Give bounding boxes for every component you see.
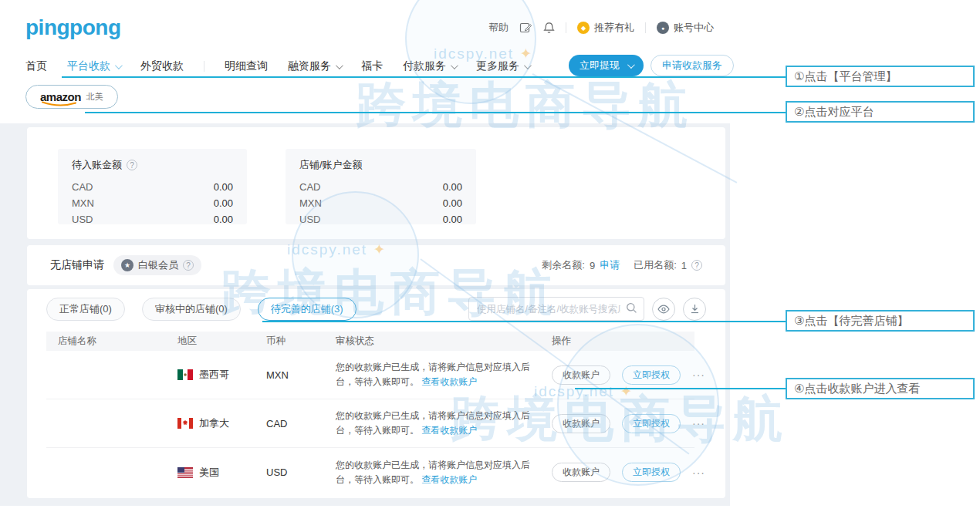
actions-cell: 收款账户 立即授权 ··· xyxy=(552,414,705,433)
tab-label: 审核中的店铺(0) xyxy=(155,302,228,316)
nav-platform-collection[interactable]: 平台收款 xyxy=(67,59,120,73)
authorize-now-button[interactable]: 立即授权 xyxy=(622,463,681,482)
button-label: 立即授权 xyxy=(633,417,670,430)
no-store-label: 无店铺申请 xyxy=(50,258,104,272)
question-icon[interactable] xyxy=(183,260,194,271)
question-icon[interactable] xyxy=(691,260,702,271)
amazon-logo: amazon xyxy=(40,90,81,103)
account-center-link[interactable]: 账号中心 xyxy=(657,21,714,35)
annotation-step-2: ②点击对应平台 xyxy=(786,101,975,123)
nav-detail-query[interactable]: 明细查询 xyxy=(225,59,268,73)
balance-row: CAD0.00 xyxy=(72,179,233,195)
nav-more-services[interactable]: 更多服务 xyxy=(476,59,529,73)
table-row: 美国 USD 您的收款账户已生成，请将账户信息对应填入后台，等待入账即可。 查看… xyxy=(46,448,694,497)
view-collection-account-link[interactable]: 查看收款账户 xyxy=(421,376,477,387)
chevron-down-icon xyxy=(524,62,532,69)
download-icon xyxy=(690,304,700,314)
nav-payment[interactable]: 付款服务 xyxy=(403,59,456,73)
referral-link[interactable]: 推荐有礼 xyxy=(577,21,634,35)
nav-foreign-trade[interactable]: 外贸收款 xyxy=(140,59,184,73)
referral-label: 推荐有礼 xyxy=(594,21,634,35)
chevron-down-icon xyxy=(451,62,458,69)
tab-normal-stores[interactable]: 正常店铺(0) xyxy=(46,298,125,321)
chevron-down-icon xyxy=(115,62,123,69)
actions-cell: 收款账户 立即授权 ··· xyxy=(552,463,705,482)
region-label: 墨西哥 xyxy=(199,368,229,382)
collection-account-button[interactable]: 收款账户 xyxy=(552,365,610,385)
header-actions: 操作 xyxy=(552,335,694,348)
nav-label: 首页 xyxy=(25,59,47,73)
currency-label: MXN xyxy=(266,369,336,381)
platform-amazon-tab[interactable]: amazon 北美 xyxy=(25,85,118,109)
bell-icon[interactable] xyxy=(543,22,555,34)
balances-panel: 待入账金额 CAD0.00 MXN0.00 USD0.00 店铺/账户金额 CA… xyxy=(27,127,725,239)
header-store-name: 店铺名称 xyxy=(58,335,177,348)
currency-label: MXN xyxy=(72,195,94,211)
quota-used-value: 1 xyxy=(681,260,687,271)
account-icon xyxy=(657,22,669,34)
flag-usa-icon xyxy=(177,467,193,478)
download-button[interactable] xyxy=(683,298,706,321)
pingpong-dashboard: pingpong 帮助 推荐有礼 账号中心 首页 平台收款 外贸收款 明细查询 … xyxy=(0,0,980,522)
authorize-now-button[interactable]: 立即授权 xyxy=(622,414,681,433)
balance-row: MXN0.00 xyxy=(72,195,233,211)
currency-label: USD xyxy=(266,466,336,478)
stores-panel: 正常店铺(0) 审核中的店铺(0) 待完善的店铺(3) 店铺名称 地区 币种 审… xyxy=(27,289,725,498)
nav-home[interactable]: 首页 xyxy=(25,59,47,73)
help-link[interactable]: 帮助 xyxy=(488,21,509,35)
quota-left-value: 9 xyxy=(590,260,595,271)
store-quota-bar: 无店铺申请 白银会员 剩余名额: 9 申请 已用名额: 1 xyxy=(27,245,725,285)
nav-label: 融资服务 xyxy=(288,59,331,73)
actions-cell: 收款账户 立即授权 ··· xyxy=(552,365,705,385)
tab-pending-completion-stores[interactable]: 待完善的店铺(3) xyxy=(258,298,357,321)
chevron-down-icon xyxy=(336,62,343,69)
nav-label: 付款服务 xyxy=(403,59,446,73)
nav-label: 外贸收款 xyxy=(140,59,184,73)
more-actions-button[interactable]: ··· xyxy=(692,466,705,479)
amount-value: 0.00 xyxy=(443,179,462,195)
account-label: 账号中心 xyxy=(674,21,714,35)
topbar-divider xyxy=(566,22,566,33)
annotation-label: ②点击对应平台 xyxy=(794,105,874,120)
apply-quota-link[interactable]: 申请 xyxy=(600,258,620,272)
annotation-label: ①点击【平台管理】 xyxy=(794,69,897,84)
feedback-icon[interactable] xyxy=(519,22,532,34)
header-currency: 币种 xyxy=(266,335,336,348)
nav-label: 明细查询 xyxy=(225,59,268,73)
status-cell: 您的收款账户已生成，请将账户信息对应填入后台，等待入账即可。 查看收款账户 xyxy=(336,409,552,438)
apply-collection-service-button[interactable]: 申请收款服务 xyxy=(651,55,734,76)
currency-label: USD xyxy=(299,211,320,227)
pending-balance-title: 待入账金额 xyxy=(72,158,122,172)
store-bar-right: 剩余名额: 9 申请 已用名额: 1 xyxy=(542,258,702,272)
currency-label: CAD xyxy=(266,418,336,429)
amount-value: 0.00 xyxy=(214,211,233,227)
currency-label: USD xyxy=(72,211,93,227)
tab-label: 正常店铺(0) xyxy=(59,302,112,316)
question-icon[interactable] xyxy=(127,160,137,170)
view-collection-account-link[interactable]: 查看收款账户 xyxy=(421,474,477,485)
currency-label: CAD xyxy=(299,179,320,195)
main-nav: 首页 平台收款 外贸收款 明细查询 融资服务 福卡 付款服务 更多服务 xyxy=(25,56,529,77)
topbar-divider xyxy=(645,22,646,33)
withdraw-label: 立即提现 xyxy=(580,59,620,72)
nav-divider xyxy=(204,61,204,72)
view-collection-account-link[interactable]: 查看收款账户 xyxy=(421,425,477,436)
withdraw-now-button[interactable]: 立即提现 xyxy=(569,55,644,76)
more-actions-button[interactable]: ··· xyxy=(692,417,705,429)
toggle-visibility-button[interactable] xyxy=(652,298,675,321)
nav-fuka[interactable]: 福卡 xyxy=(361,59,383,73)
nav-financing[interactable]: 融资服务 xyxy=(288,59,341,73)
balance-row: MXN0.00 xyxy=(299,195,462,211)
amount-value: 0.00 xyxy=(443,195,462,211)
authorize-now-button[interactable]: 立即授权 xyxy=(622,365,681,385)
nav-label: 平台收款 xyxy=(67,59,110,73)
button-label: 收款账户 xyxy=(563,417,600,430)
collection-account-button[interactable]: 收款账户 xyxy=(552,414,610,433)
currency-label: CAD xyxy=(72,179,93,195)
nav-label: 更多服务 xyxy=(476,59,519,73)
amount-value: 0.00 xyxy=(214,195,233,211)
tab-under-review-stores[interactable]: 审核中的店铺(0) xyxy=(142,298,241,321)
collection-account-button[interactable]: 收款账户 xyxy=(552,463,610,482)
store-search-input[interactable] xyxy=(468,297,644,321)
more-actions-button[interactable]: ··· xyxy=(692,369,705,381)
